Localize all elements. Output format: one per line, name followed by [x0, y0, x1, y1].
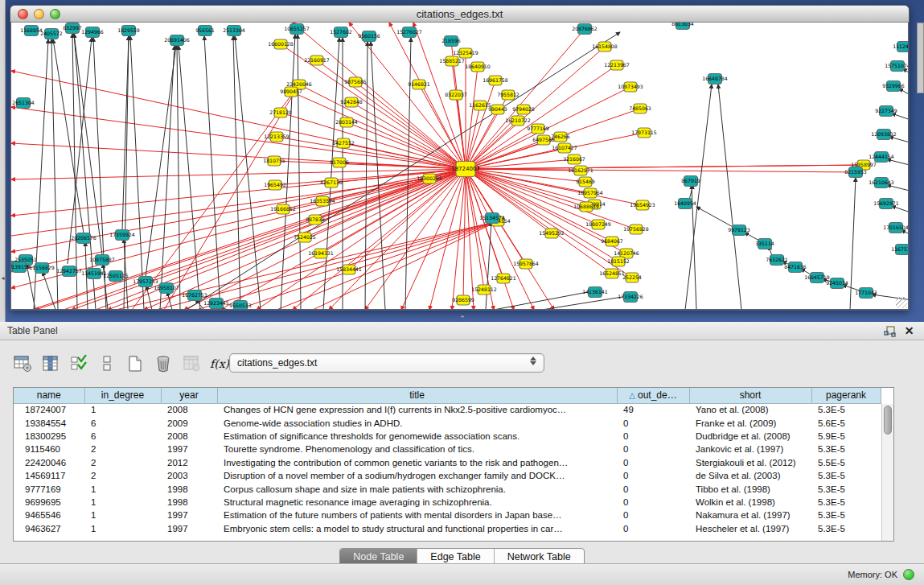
network-node[interactable]: 15834441: [336, 265, 362, 274]
network-node[interactable]: 14136141: [582, 287, 608, 298]
network-node[interactable]: 16107427: [552, 143, 577, 153]
network-node[interactable]: 8267130: [320, 178, 343, 187]
new-table-icon[interactable]: [125, 355, 145, 373]
network-node[interactable]: 8813034: [671, 23, 694, 30]
table-row[interactable]: 1830029562008Estimation of significance …: [14, 430, 881, 443]
network-canvas[interactable]: 8322037116261599044316961758795581297940…: [10, 23, 909, 310]
left-splitter-rail[interactable]: ◂: [0, 0, 6, 322]
network-node[interactable]: 9245034: [826, 278, 848, 289]
network-node[interactable]: 218596: [441, 36, 461, 47]
network-node[interactable]: 19654923: [630, 200, 655, 210]
close-panel-icon[interactable]: ✕: [902, 324, 916, 338]
network-node[interactable]: 15885217: [439, 56, 465, 66]
network-node[interactable]: 15248112: [471, 285, 497, 295]
network-node[interactable]: 1640954: [674, 199, 696, 209]
network-node[interactable]: 252254: [622, 273, 642, 282]
network-node[interactable]: 10655257: [284, 24, 310, 35]
function-builder-icon[interactable]: f(x): [210, 355, 229, 373]
panel-splitter-grip[interactable]: ⌃: [458, 315, 467, 322]
network-window-titlebar[interactable]: citations_edges.txt: [10, 5, 910, 23]
network-node[interactable]: 915469: [576, 177, 595, 187]
network-node[interactable]: 16162871: [568, 166, 593, 175]
network-node[interactable]: 887833: [306, 215, 325, 225]
network-node[interactable]: 9146821: [408, 80, 430, 89]
network-node[interactable]: 2718120: [269, 108, 292, 117]
network-node[interactable]: 7485063: [629, 104, 651, 113]
network-node[interactable]: 10973493: [618, 82, 643, 92]
network-node[interactable]: 1112445: [893, 42, 909, 52]
network-node[interactable]: 2405572: [40, 29, 63, 39]
column-header-title[interactable]: title: [217, 388, 617, 403]
network-node[interactable]: 9242848: [340, 97, 363, 107]
network-node[interactable]: 746266: [551, 132, 570, 142]
table-row[interactable]: 1872400712008Changes of HCN gene express…: [14, 403, 881, 416]
network-node[interactable]: 19166852: [270, 204, 296, 214]
window-resize-grip[interactable]: [896, 297, 907, 308]
row-height-icon[interactable]: [97, 355, 117, 373]
close-button[interactable]: [18, 9, 28, 19]
network-node[interactable]: 9777169: [527, 124, 549, 134]
network-node[interactable]: 9227349: [875, 106, 897, 117]
network-node[interactable]: 2513304: [223, 26, 245, 36]
table-row[interactable]: 911546021997Tourette syndrome. Phenomeno…: [14, 443, 881, 455]
column-header-name[interactable]: name: [14, 388, 84, 403]
scrollbar-thumb[interactable]: [884, 406, 892, 435]
network-node[interactable]: 9550513: [229, 301, 252, 311]
network-node[interactable]: 12213967: [604, 60, 630, 70]
network-node[interactable]: 335114: [755, 239, 774, 249]
table-row[interactable]: 946554611997Estimation of the future num…: [14, 509, 881, 521]
network-node[interactable]: 1294966: [81, 27, 104, 38]
network-node[interactable]: 9875685: [344, 77, 367, 87]
table-settings-icon[interactable]: [13, 355, 32, 373]
network-node[interactable]: 19756928: [623, 225, 649, 234]
network-node[interactable]: 1965492: [264, 180, 286, 190]
network-node[interactable]: 18640910: [465, 62, 491, 72]
network-node[interactable]: 9286599: [452, 295, 474, 305]
network-node[interactable]: 20206576: [71, 233, 97, 244]
network-node[interactable]: 9684067: [601, 237, 623, 246]
network-node[interactable]: 10975887: [89, 255, 115, 266]
network-node[interactable]: 1815152: [607, 257, 630, 266]
network-node[interactable]: 16524851: [599, 269, 625, 278]
select-columns-icon[interactable]: [69, 355, 88, 373]
network-node[interactable]: 917006: [330, 158, 349, 167]
network-node[interactable]: 12444154: [869, 152, 894, 163]
network-node[interactable]: 16648784: [702, 74, 728, 84]
zoom-button[interactable]: [50, 9, 60, 19]
node-table-header[interactable]: namein_degreeyeartitle△out_de…shortpager…: [14, 388, 881, 403]
column-visibility-icon[interactable]: [41, 355, 60, 373]
network-node[interactable]: 832997: [63, 23, 82, 34]
network-node[interactable]: 9794028: [512, 105, 535, 114]
network-node[interactable]: 17359924: [109, 230, 135, 241]
network-node[interactable]: 15957864: [513, 259, 539, 269]
network-node[interactable]: 12764821: [491, 274, 516, 283]
network-node[interactable]: 17973115: [631, 128, 657, 138]
table-row[interactable]: 946362711997Embryonic stem cells: a mode…: [14, 522, 881, 535]
network-node[interactable]: 11156829: [29, 263, 55, 274]
table-row[interactable]: 2242004622012Investigating the contribut…: [14, 456, 881, 469]
delete-table-icon[interactable]: [154, 355, 173, 373]
network-node[interactable]: 8471636: [784, 262, 807, 273]
table-row[interactable]: 1938455462009Genome-wide association stu…: [14, 416, 881, 429]
network-node[interactable]: 22160917: [304, 56, 330, 65]
network-node[interactable]: 20876862: [572, 24, 598, 35]
network-node[interactable]: 20691406: [164, 35, 190, 46]
network-node[interactable]: 16600128: [268, 39, 294, 49]
column-header-out_de[interactable]: △out_de…: [617, 388, 689, 403]
column-header-pagerank[interactable]: pagerank: [811, 388, 881, 403]
network-node[interactable]: 2651304: [12, 98, 35, 109]
table-row[interactable]: 1456911722003Disruption of a novel membe…: [14, 469, 881, 482]
network-node[interactable]: 16210643: [869, 178, 894, 188]
splitter-collapse-arrow-icon[interactable]: ◂: [0, 274, 6, 283]
network-node[interactable]: 18807249: [585, 220, 611, 229]
network-node[interactable]: 7524025: [294, 233, 316, 242]
table-row[interactable]: 977716911998Corpus callosum shape and si…: [14, 482, 881, 495]
column-header-short[interactable]: short: [689, 388, 811, 403]
network-node[interactable]: 10688639: [573, 202, 599, 212]
network-node[interactable]: 8215953: [844, 167, 867, 178]
network-node[interactable]: 1771043: [855, 288, 877, 299]
network-node[interactable]: 9560156: [358, 31, 380, 42]
float-panel-icon[interactable]: [883, 324, 897, 338]
network-node[interactable]: 3216067: [563, 154, 585, 164]
network-node[interactable]: 867919: [681, 176, 700, 187]
